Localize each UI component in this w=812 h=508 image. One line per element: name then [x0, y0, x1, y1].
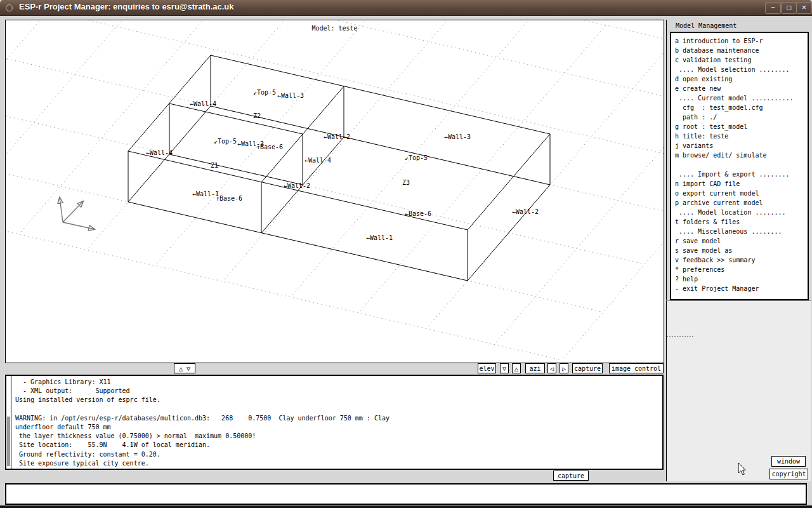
feedback-console: - Graphics Library: X11 - XML output: Su… [5, 375, 664, 470]
scrollbar-thumb[interactable] [7, 417, 10, 466]
menu-item[interactable]: s save model as [675, 246, 808, 255]
surface-label: ←Wall-3 [444, 133, 471, 140]
surface-label: Z3 [402, 179, 410, 186]
console-line [15, 405, 390, 414]
surface-label: ←Wall-2 [324, 133, 350, 140]
minimize-button[interactable]: ─ [765, 2, 781, 14]
menu-item[interactable]: ? help [675, 274, 808, 284]
copyright-button[interactable]: copyright [769, 469, 808, 479]
axes-triad-icon [60, 197, 95, 229]
surface-label: ←Wall-4 [304, 157, 331, 164]
menu-item[interactable]: .... Current model ........... [675, 93, 808, 103]
console-line: underfloor default 750 mm [15, 423, 390, 432]
ground-grid [6, 20, 664, 360]
surface-label: Z1 [211, 162, 218, 169]
azi-button[interactable]: azi [525, 363, 545, 373]
menu-item[interactable]: .... Miscellaneous ........ [675, 227, 808, 236]
menu-item[interactable]: .... Model location ........ [675, 208, 808, 217]
window-button[interactable]: window [771, 456, 806, 467]
azi-right-button[interactable]: ▷ [560, 363, 568, 373]
console-line: WARNING: in /opt/esru/esp-r/databases/mu… [15, 414, 390, 423]
panel-title: Model Management [676, 22, 737, 29]
console-line: Ground reflectivity: constant = 0.20. [15, 450, 390, 459]
capture-button[interactable]: capture [572, 363, 603, 373]
console-scrollbar[interactable] [6, 376, 11, 469]
elev-down-button[interactable]: ▽ [500, 363, 509, 373]
surface-label: ←Wall-4 [146, 149, 173, 156]
menu-item[interactable]: r save model [675, 236, 808, 246]
console-text: - Graphics Library: X11 - XML output: Su… [15, 378, 390, 468]
capture-button-bottom[interactable]: capture [553, 471, 589, 481]
menu-item[interactable] [675, 160, 808, 170]
surface-label: ↙Top-5 [253, 89, 276, 96]
image-control-button[interactable]: image control [609, 363, 664, 373]
console-line: the layer thickness value (0.75000) > no… [15, 432, 390, 441]
zone-wireframe [128, 55, 550, 281]
menu-item[interactable]: v feedback >> summary [675, 255, 808, 265]
azi-left-button[interactable]: ◁ [547, 363, 556, 373]
menu-item[interactable]: .... Model selection ........ [675, 65, 808, 74]
window-bottom-edge [0, 505, 812, 508]
model-viewport[interactable]: ↙Top-5←Wall-3←Wall-4Z2←Wall-2←Wall-3↙Top… [5, 20, 664, 363]
menu-item[interactable]: m browse/ edit/ simulate [675, 150, 808, 160]
wireframe-drawing [6, 20, 664, 363]
surface-label: ↙Top-5 [405, 154, 428, 161]
menu-item[interactable]: g root : test_model [675, 122, 808, 131]
menu-item[interactable]: path : ./ [675, 112, 808, 122]
dotted-divider [667, 336, 693, 337]
console-line: Site exposure typical city centre. [15, 459, 390, 468]
surface-label: ←Wall-4 [190, 100, 216, 107]
menu-item[interactable]: b database maintenance [675, 46, 808, 55]
surface-label: ←Wall-2 [284, 182, 310, 189]
close-button[interactable]: ✕ [796, 2, 812, 14]
menu-item[interactable]: o export current model [675, 189, 808, 198]
mouse-cursor-icon [738, 462, 747, 476]
menu-item[interactable]: j variants [675, 141, 808, 150]
console-line: Site location: 55.9N 4.1W of local merid… [15, 441, 390, 450]
surface-label: ↙Top-5 [214, 138, 237, 145]
surface-label: Z2 [253, 112, 261, 119]
command-input-strip[interactable] [5, 483, 807, 505]
titlebar[interactable]: ESP-r Project Manager: enquiries to esru… [0, 0, 812, 16]
surface-label: ←Wall-1 [366, 234, 393, 241]
window-menu-icon[interactable] [6, 4, 13, 11]
console-line: Using installed version of esprc file. [15, 396, 390, 404]
surface-label: ↑Base-6 [256, 144, 283, 150]
menu-item[interactable]: * preferences [675, 265, 808, 274]
surface-label: ←Wall-3 [277, 92, 304, 99]
menu-item[interactable]: p archive current model [675, 198, 808, 208]
pan-updown-button[interactable]: △ ▽ [174, 363, 195, 373]
maximize-button[interactable]: □ [781, 2, 797, 14]
console-line: - XML output: Supported [15, 387, 390, 396]
menu-item[interactable]: cfg : test_model.cfg [675, 103, 808, 112]
esp-r-window: ESP-r Project Manager: enquiries to esru… [0, 0, 812, 508]
surface-label: ↑Base-6 [216, 195, 242, 202]
menu-box: a introduction to ESP-rb database mainte… [670, 32, 809, 300]
window-title: ESP-r Project Manager: enquiries to esru… [19, 2, 234, 11]
menu-item[interactable]: a introduction to ESP-r [675, 36, 808, 46]
menu-item[interactable]: .... Import & export ........ [675, 170, 808, 179]
model-management-panel: Model Management a introduction to ESP-r… [666, 20, 811, 300]
elev-button[interactable]: elev [478, 363, 496, 373]
surface-label: ←Base-6 [405, 210, 431, 217]
menu-item[interactable]: n import CAD file [675, 179, 808, 189]
menu-item[interactable]: t folders & files [675, 217, 808, 227]
elev-up-button[interactable]: △ [512, 363, 521, 373]
surface-label: ←Wall-2 [512, 208, 539, 215]
menu-item[interactable]: h title: teste [675, 131, 808, 141]
model-title: Model: teste [6, 25, 664, 32]
menu-item[interactable]: - exit Project Manager [675, 284, 808, 293]
menu-item[interactable]: d open existing [675, 74, 808, 84]
console-line: - Graphics Library: X11 [15, 378, 390, 387]
surface-label: ←Wall-1 [192, 190, 219, 197]
menu-item[interactable]: c validation testing [675, 55, 808, 65]
menu-item[interactable]: e create new [675, 84, 808, 93]
panel-lower-area: window copyright [666, 300, 811, 481]
